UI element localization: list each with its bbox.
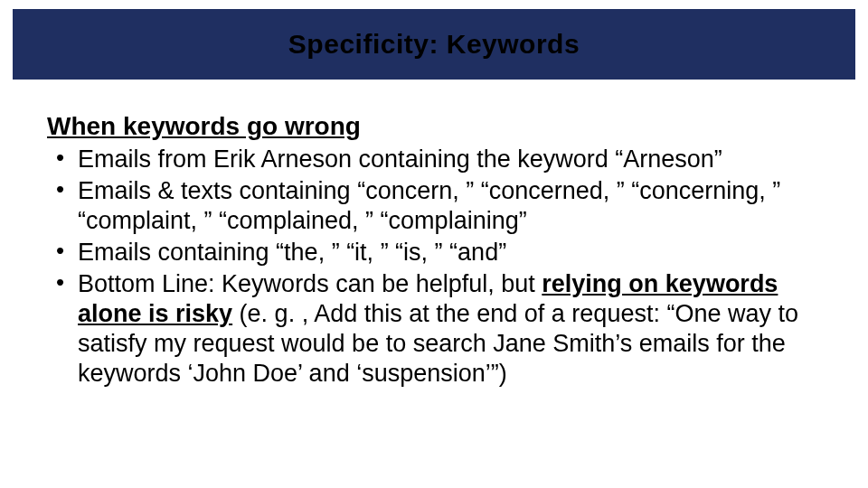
bullet-text: Emails from Erik Arneson containing the …: [78, 145, 722, 173]
bullet-list: Emails from Erik Arneson containing the …: [47, 145, 821, 389]
bullet-text: Emails containing “the, ” “it, ” “is, ” …: [78, 239, 506, 266]
bullet-item: Emails containing “the, ” “it, ” “is, ” …: [56, 238, 821, 267]
bullet-item: Bottom Line: Keywords can be helpful, bu…: [56, 269, 821, 389]
bullet-text: Emails & texts containing “concern, ” “c…: [78, 177, 780, 234]
content-area: When keywords go wrong Emails from Erik …: [13, 80, 855, 389]
bullet-item: Emails & texts containing “concern, ” “c…: [56, 176, 821, 236]
title-bar: Specificity: Keywords: [13, 9, 855, 80]
bullet-text-pre: Bottom Line: Keywords can be helpful, bu…: [78, 270, 542, 297]
slide: Specificity: Keywords When keywords go w…: [0, 0, 868, 488]
section-heading: When keywords go wrong: [47, 112, 821, 141]
slide-title: Specificity: Keywords: [288, 29, 580, 60]
bullet-item: Emails from Erik Arneson containing the …: [56, 145, 821, 174]
